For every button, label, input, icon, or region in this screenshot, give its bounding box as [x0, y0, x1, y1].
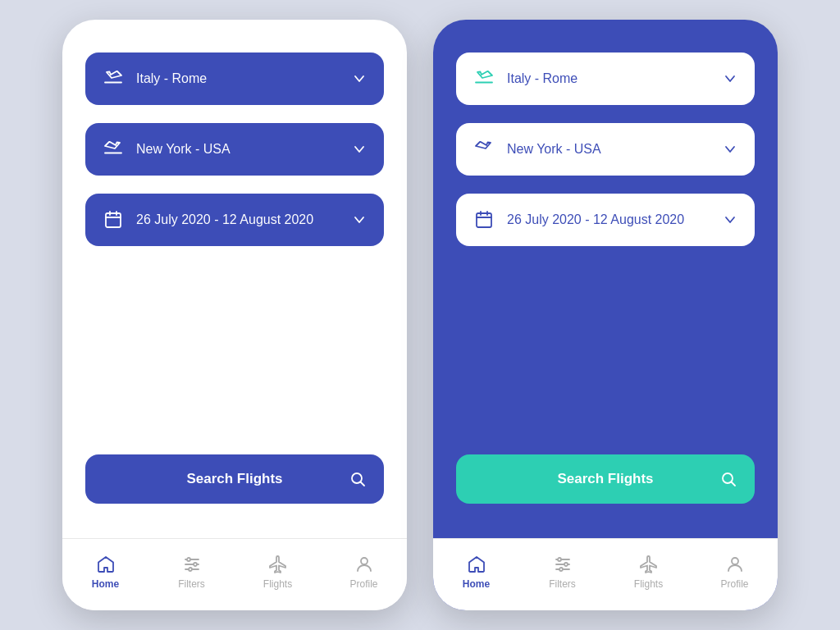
- home-icon-2: [466, 554, 487, 575]
- nav-filters[interactable]: Filters: [148, 554, 235, 590]
- home-icon: [95, 554, 116, 575]
- svg-point-23: [564, 563, 568, 566]
- nav-home-2[interactable]: Home: [433, 554, 519, 590]
- filters-icon: [181, 554, 203, 575]
- arrival-icon-2: [472, 138, 495, 161]
- bottom-nav-2: Home Filters Flights: [433, 538, 778, 610]
- search-button-label-2: Search Flights: [476, 471, 735, 487]
- spacer-2: [456, 264, 755, 436]
- phone-1-content: Italy - Rome New York - USA: [62, 20, 407, 538]
- svg-point-10: [194, 563, 197, 566]
- search-button[interactable]: Search Flights: [85, 454, 384, 504]
- svg-line-18: [732, 482, 736, 486]
- svg-line-5: [361, 482, 365, 486]
- nav-flights[interactable]: Flights: [235, 554, 321, 590]
- dates-dropdown[interactable]: 26 July 2020 - 12 August 2020: [85, 194, 384, 246]
- chevron-down-icon-2: [722, 71, 738, 87]
- svg-point-24: [559, 568, 563, 571]
- departure-label: Italy - Rome: [136, 71, 351, 86]
- nav-filters-label-2: Filters: [549, 578, 576, 590]
- departure-icon: [102, 67, 125, 90]
- arrival-label: New York - USA: [136, 142, 351, 157]
- nav-profile[interactable]: Profile: [321, 554, 407, 590]
- nav-filters-label: Filters: [178, 578, 205, 590]
- chevron-down-icon: [351, 71, 368, 87]
- dates-dropdown-2[interactable]: 26 July 2020 - 12 August 2020: [456, 194, 755, 246]
- chevron-down-icon: [351, 141, 368, 158]
- bottom-nav: Home Filters Flights: [62, 538, 407, 610]
- nav-home[interactable]: Home: [62, 554, 148, 590]
- profile-icon: [354, 554, 375, 575]
- arrival-icon: [102, 138, 125, 161]
- calendar-icon: [102, 208, 125, 231]
- arrival-label-2: New York - USA: [507, 142, 722, 157]
- filters-icon-2: [552, 554, 573, 575]
- calendar-icon-2: [472, 208, 495, 231]
- flights-icon: [267, 554, 289, 575]
- svg-rect-13: [477, 213, 491, 227]
- chevron-down-icon-2c: [722, 212, 738, 228]
- nav-home-label-2: Home: [463, 578, 490, 590]
- chevron-down-icon-2b: [722, 141, 738, 158]
- search-button-2[interactable]: Search Flights: [456, 454, 755, 504]
- arrival-dropdown[interactable]: New York - USA: [85, 123, 384, 176]
- arrival-dropdown-2[interactable]: New York - USA: [456, 123, 755, 176]
- nav-profile-label-2: Profile: [720, 578, 748, 590]
- nav-flights-2[interactable]: Flights: [605, 554, 692, 590]
- svg-point-22: [558, 558, 561, 561]
- nav-flights-label-2: Flights: [634, 578, 663, 590]
- svg-rect-0: [106, 213, 121, 227]
- nav-home-label: Home: [92, 578, 119, 590]
- departure-dropdown[interactable]: Italy - Rome: [85, 52, 384, 105]
- phone-2: Italy - Rome New York - USA: [433, 20, 778, 610]
- flights-icon-2: [638, 554, 660, 575]
- svg-point-12: [361, 558, 368, 564]
- chevron-down-icon: [351, 212, 368, 228]
- departure-label-2: Italy - Rome: [507, 71, 722, 86]
- phone-2-content: Italy - Rome New York - USA: [433, 20, 778, 538]
- nav-filters-2[interactable]: Filters: [519, 554, 605, 590]
- search-button-label: Search Flights: [105, 471, 364, 487]
- spacer: [85, 264, 384, 436]
- departure-dropdown-2[interactable]: Italy - Rome: [456, 52, 755, 105]
- svg-point-9: [187, 558, 190, 561]
- svg-point-11: [189, 568, 192, 571]
- phone-1: Italy - Rome New York - USA: [62, 20, 407, 610]
- dates-label: 26 July 2020 - 12 August 2020: [136, 212, 351, 227]
- profile-icon-2: [724, 554, 746, 575]
- svg-point-25: [732, 558, 738, 564]
- search-icon: [348, 469, 368, 489]
- search-icon-2: [719, 469, 738, 489]
- nav-profile-label: Profile: [349, 578, 377, 590]
- nav-flights-label: Flights: [263, 578, 292, 590]
- departure-icon-2: [472, 67, 495, 90]
- nav-profile-2[interactable]: Profile: [692, 554, 778, 590]
- dates-label-2: 26 July 2020 - 12 August 2020: [507, 212, 722, 227]
